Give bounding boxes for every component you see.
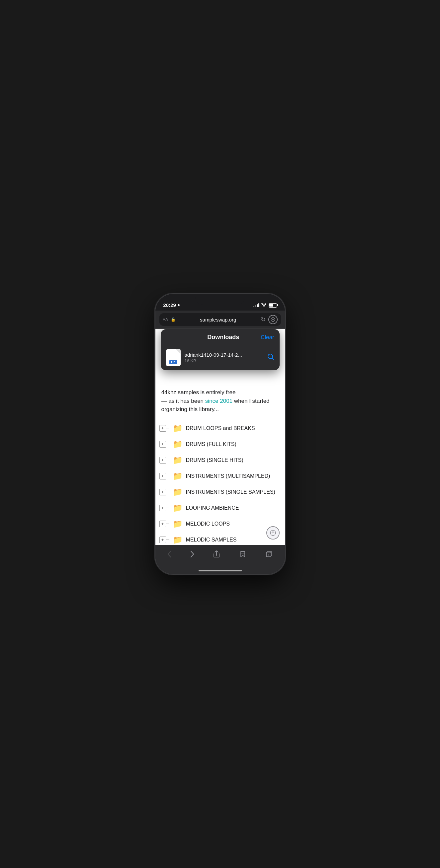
folder-tree: + 📁 DRUM LOOPS and BREAKS + 📁 DRUMS (FUL…	[155, 418, 285, 545]
tabs-button[interactable]: 1	[260, 549, 278, 559]
intro-paragraph: 44khz samples is entirely free — as it h…	[162, 388, 279, 414]
download-size: 16 KB	[185, 358, 263, 363]
clear-button[interactable]: Clear	[261, 334, 274, 341]
downloads-popup: Downloads Clear zip adriank1410-09-17-14…	[161, 329, 280, 370]
wifi-icon	[261, 303, 267, 308]
time-display: 20:29 ➤	[164, 302, 180, 308]
forward-button[interactable]	[185, 549, 200, 559]
aa-button[interactable]: AA	[163, 317, 168, 322]
zip-file-icon: zip	[166, 349, 181, 366]
folder-item[interactable]: + 📁 DRUM LOOPS and BREAKS	[159, 421, 285, 436]
search-download-button[interactable]	[267, 353, 274, 362]
lock-icon: 🔒	[171, 317, 176, 322]
zip-label: zip	[169, 360, 177, 364]
intro-text-2: — as it has been	[162, 398, 205, 404]
phone-frame: 20:29 ➤ AA 🔒 sampleswap.org ↻	[155, 294, 285, 574]
folder-item[interactable]: + 📁 LOOPING AMBIENCE	[159, 500, 285, 516]
status-icons	[253, 303, 277, 308]
notch	[195, 294, 245, 305]
download-button[interactable]	[268, 315, 277, 324]
folder-item[interactable]: + 📁 MELODIC LOOPS	[159, 516, 285, 532]
download-item[interactable]: zip adriank1410-09-17-14-2... 16 KB	[161, 345, 280, 370]
folder-item[interactable]: + 📁 DRUMS (FULL KITS)	[159, 436, 285, 452]
folder-item[interactable]: + 📁 DRUMS (SINGLE HITS)	[159, 452, 285, 468]
web-intro: 44khz samples is entirely free — as it h…	[155, 382, 285, 418]
folder-item[interactable]: + 📁 MELODIC SAMPLES	[159, 532, 285, 545]
folder-item[interactable]: + 📁 INSTRUMENTS (SINGLE SAMPLES)	[159, 484, 285, 500]
battery-icon	[269, 303, 277, 308]
share-button[interactable]	[208, 549, 226, 559]
back-button[interactable]	[162, 549, 177, 559]
address-bar[interactable]: AA 🔒 sampleswap.org ↻	[159, 313, 281, 326]
download-filename: adriank1410-09-17-14-2...	[185, 352, 263, 358]
folder-item[interactable]: + 📁 INSTRUMENTS (MULTISAMPLED)	[159, 468, 285, 484]
scroll-up-button[interactable]	[266, 526, 280, 539]
signal-icon	[253, 303, 259, 307]
download-info: adriank1410-09-17-14-2... 16 KB	[185, 352, 263, 363]
location-arrow-icon: ➤	[177, 303, 180, 307]
home-indicator	[199, 570, 242, 571]
svg-text:1: 1	[268, 553, 269, 556]
intro-text-1: 44khz samples is entirely free	[162, 389, 236, 396]
downloads-title: Downloads	[186, 334, 261, 341]
url-display[interactable]: sampleswap.org	[178, 317, 258, 322]
since-2001-link[interactable]: since 2001	[205, 398, 232, 404]
downloads-header: Downloads Clear	[161, 329, 280, 345]
browser-chrome: AA 🔒 sampleswap.org ↻	[155, 311, 285, 329]
refresh-button[interactable]: ↻	[261, 316, 266, 323]
bookmarks-button[interactable]	[234, 549, 252, 559]
